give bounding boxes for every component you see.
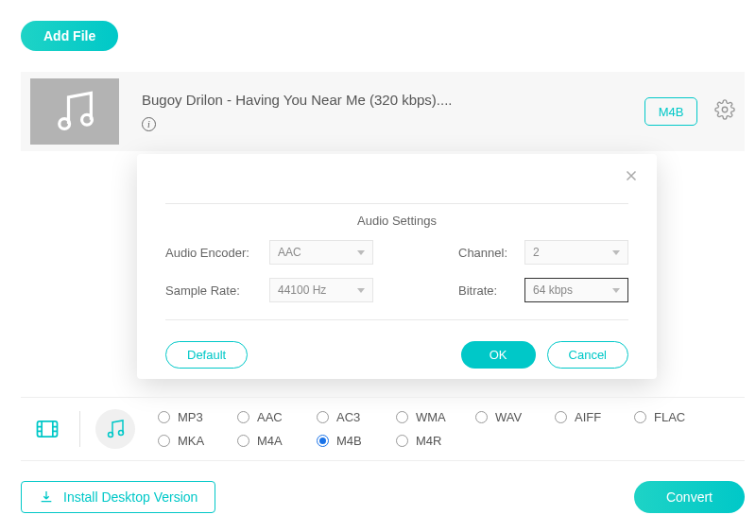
format-option-ac3[interactable]: AC3 — [317, 410, 396, 424]
format-bar: MP3AACAC3WMAWAVAIFFFLACMKAM4AM4BM4R — [21, 397, 745, 461]
radio-icon — [237, 411, 249, 423]
download-icon — [39, 489, 54, 505]
svg-rect-3 — [38, 421, 58, 437]
radio-icon — [317, 411, 329, 423]
radio-icon — [555, 411, 567, 423]
format-option-aac[interactable]: AAC — [237, 410, 317, 424]
install-desktop-button[interactable]: Install Desktop Version — [21, 481, 215, 513]
bitrate-label: Bitrate: — [458, 283, 524, 298]
format-label: AAC — [257, 410, 283, 424]
video-category-icon[interactable] — [30, 412, 64, 446]
radio-icon — [634, 411, 646, 423]
file-row: Bugoy Drilon - Having You Near Me (320 k… — [21, 72, 745, 151]
svg-point-2 — [722, 107, 728, 112]
samplerate-label: Sample Rate: — [165, 283, 269, 298]
format-option-mka[interactable]: MKA — [158, 434, 237, 448]
format-option-wma[interactable]: WMA — [396, 410, 475, 424]
encoder-select[interactable]: AAC — [269, 240, 373, 265]
gear-icon[interactable] — [714, 99, 735, 124]
music-note-icon — [50, 87, 99, 136]
info-icon[interactable]: i — [142, 117, 156, 131]
format-label: MKA — [178, 434, 204, 448]
format-label: M4A — [257, 434, 283, 448]
format-label: M4R — [416, 434, 441, 448]
default-button[interactable]: Default — [165, 341, 248, 369]
format-label: AC3 — [336, 410, 360, 424]
audio-settings-modal: Audio Settings Audio Encoder: AAC Channe… — [137, 154, 657, 379]
format-label: WAV — [495, 410, 522, 424]
format-label: AIFF — [575, 410, 601, 424]
samplerate-value: 44100 Hz — [278, 283, 326, 297]
file-meta: Bugoy Drilon - Having You Near Me (320 k… — [142, 92, 644, 131]
svg-point-4 — [109, 433, 113, 438]
convert-button[interactable]: Convert — [634, 481, 745, 513]
close-icon[interactable] — [623, 167, 640, 188]
channel-label: Channel: — [458, 246, 524, 260]
add-file-button[interactable]: Add File — [21, 21, 118, 51]
format-option-m4r[interactable]: M4R — [396, 434, 475, 448]
format-badge[interactable]: M4B — [644, 97, 697, 126]
format-option-m4a[interactable]: M4A — [237, 434, 317, 448]
radio-icon — [396, 435, 408, 447]
modal-title: Audio Settings — [346, 214, 448, 228]
format-option-wav[interactable]: WAV — [475, 410, 555, 424]
audio-category-icon[interactable] — [95, 409, 135, 449]
radio-icon — [475, 411, 488, 423]
file-title: Bugoy Drilon - Having You Near Me (320 k… — [142, 92, 644, 108]
format-grid: MP3AACAC3WMAWAVAIFFFLACMKAM4AM4BM4R — [158, 410, 713, 448]
divider — [79, 411, 80, 447]
chevron-down-icon — [612, 250, 620, 255]
radio-icon — [396, 411, 408, 423]
svg-point-1 — [82, 114, 93, 125]
radio-icon — [237, 435, 249, 447]
bitrate-value: 64 kbps — [533, 283, 573, 297]
encoder-value: AAC — [278, 246, 301, 259]
format-label: MP3 — [178, 410, 203, 424]
radio-icon — [158, 411, 170, 423]
channel-value: 2 — [533, 246, 540, 259]
radio-icon — [158, 435, 170, 447]
cancel-button[interactable]: Cancel — [547, 341, 628, 369]
format-option-mp3[interactable]: MP3 — [158, 410, 237, 424]
chevron-down-icon — [612, 288, 620, 293]
svg-point-5 — [119, 431, 124, 436]
format-label: M4B — [336, 434, 362, 448]
format-option-m4b[interactable]: M4B — [317, 434, 396, 448]
channel-select[interactable]: 2 — [524, 240, 628, 265]
svg-point-0 — [60, 119, 70, 129]
samplerate-select[interactable]: 44100 Hz — [269, 278, 373, 302]
radio-icon — [317, 435, 329, 447]
file-thumbnail — [30, 78, 119, 145]
format-label: WMA — [416, 410, 446, 424]
chevron-down-icon — [357, 250, 365, 255]
format-label: FLAC — [654, 410, 685, 424]
format-option-flac[interactable]: FLAC — [634, 410, 713, 424]
ok-button[interactable]: OK — [461, 341, 536, 369]
chevron-down-icon — [357, 288, 365, 293]
install-desktop-label: Install Desktop Version — [63, 489, 198, 505]
bottom-bar: Install Desktop Version Convert — [21, 481, 745, 513]
bitrate-select[interactable]: 64 kbps — [524, 278, 628, 302]
encoder-label: Audio Encoder: — [165, 246, 269, 260]
format-option-aiff[interactable]: AIFF — [555, 410, 634, 424]
